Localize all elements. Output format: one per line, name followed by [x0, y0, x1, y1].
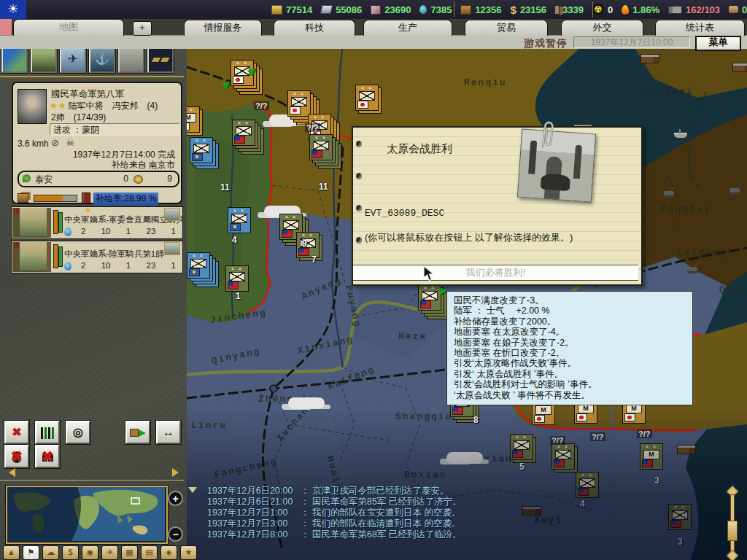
resource-coin-icon: [133, 175, 143, 184]
unit-counter[interactable]: × ×: [187, 252, 220, 289]
zoom-in-button[interactable]: +: [168, 491, 183, 506]
unit-counter[interactable]: × ×: [309, 134, 343, 171]
army-name: 國民革命軍第八軍: [51, 88, 124, 101]
minimap[interactable]: [6, 486, 168, 544]
tab-technology[interactable]: 科技: [274, 20, 355, 36]
minimap-canvas: [7, 487, 165, 541]
scroll-thumb[interactable]: [727, 521, 738, 541]
resource-item: 3339: [555, 4, 584, 15]
log-scrollbar[interactable]: [725, 487, 738, 560]
resources: 77514 55086 23690 7385: [271, 0, 747, 19]
tab-statistics[interactable]: 统计表: [655, 20, 745, 36]
unit-type-icon: [672, 510, 688, 520]
game-date-field[interactable]: 1937年12月7日10:00: [573, 36, 690, 48]
scroll-left-arrow[interactable]: [9, 468, 15, 477]
game-screen: RenqiuYinghaiPenglaiLaiyangQingdaoHezeAn…: [0, 0, 747, 560]
scroll-mode-button[interactable]: +: [133, 21, 152, 36]
unit-counter[interactable]: × ×: [510, 434, 543, 470]
aviation-mode[interactable]: ✈: [101, 545, 118, 560]
tooltip-line: 引发‘太原攻略作战失败’事件。: [454, 358, 686, 368]
embark-button[interactable]: [125, 421, 150, 444]
current-order-field[interactable]: 进攻 ：蒙阴: [50, 123, 179, 136]
unit-counter[interactable]: × ×: [225, 265, 259, 302]
unit-counter[interactable]: × ×: [231, 60, 264, 96]
unit-counter[interactable]: × ×: [355, 85, 389, 121]
map-sprite: [664, 191, 674, 198]
unit-type-icon: [190, 259, 206, 268]
leader-portrait: [18, 89, 47, 124]
unit-count-label: 7: [311, 254, 317, 265]
unit-counter[interactable]: × ×: [668, 504, 702, 540]
log-entry[interactable]: 1937年12月7日1:00： 我们的部队在宝安遭到日本 的空袭。: [207, 508, 462, 518]
scorched-earth-button[interactable]: ✖: [4, 445, 29, 468]
terrain-mode[interactable]: ▲: [3, 545, 20, 560]
air-filter-button[interactable]: ✈: [60, 47, 86, 73]
unit-flag-icon: [512, 450, 523, 458]
supply-drop-icon: [64, 228, 71, 236]
nuclear-filter-button[interactable]: [118, 47, 144, 73]
log-collapse-arrow[interactable]: [188, 487, 197, 493]
zoom-out-button[interactable]: −: [168, 526, 183, 542]
formation-button[interactable]: [35, 421, 60, 444]
energy-icon: [271, 5, 282, 15]
event-description: EVT_63089_DESC: [365, 208, 444, 219]
tab-diplomacy[interactable]: 外交: [561, 20, 643, 36]
resources-mode[interactable]: ◉: [82, 545, 98, 560]
reorganize-button[interactable]: ↔: [156, 421, 181, 444]
political-mode[interactable]: ⚑: [23, 545, 39, 560]
log-entry[interactable]: 1937年12月6日20:00： 京津卫戍司令部已经到达了泰安。: [207, 486, 462, 497]
中央軍嫡系-軍委會直屬獨立騎兵師[interactable]: III ★ 中央軍嫡系-軍委會直屬獨立騎兵師 2 10 1 23 1: [11, 206, 183, 239]
infrastructure-mode[interactable]: ▦: [121, 545, 138, 560]
resource-item: 55086: [321, 4, 362, 15]
scroll-down-cap[interactable]: [727, 550, 739, 560]
disband-button[interactable]: ✖: [4, 421, 29, 444]
unit-type-icon: [643, 450, 659, 459]
tooltip-line: 地面要塞 在娘子关改变了-2。: [454, 338, 686, 348]
supplies-icon: [460, 5, 471, 15]
economy-mode[interactable]: $: [62, 545, 79, 560]
中央軍嫡系-陸軍騎兵第1師[interactable]: III 中央軍嫡系-陸軍騎兵第1師 2 10 1 23 1: [11, 241, 183, 273]
objective-button[interactable]: ◎: [66, 421, 90, 444]
division-stats: 2 10 1 23 1: [81, 227, 176, 236]
unit-flag-icon: [234, 136, 245, 144]
log-entry[interactable]: 1937年12月6日21:00： 国民革命军第85军 已经到达了济宁。: [207, 497, 462, 508]
land-filter-button[interactable]: [31, 47, 57, 73]
divider: [0, 76, 184, 77]
province-bar[interactable]: 泰安 0 9: [18, 171, 179, 187]
map-sprite: [288, 397, 325, 409]
Renqiu: Renqiu: [464, 77, 507, 88]
tooltip-line: 地面要塞 在忻口改变了-2。: [454, 348, 686, 358]
tab-trade[interactable]: 贸易: [465, 20, 548, 36]
map-sprite: [732, 63, 747, 72]
tab-intelligence[interactable]: 情报服务: [184, 20, 262, 36]
unit-counter[interactable]: × ×: [640, 443, 673, 480]
unit-count-label: 1: [236, 291, 241, 301]
Laiyang: Laiyang: [677, 247, 727, 258]
unit-type-icon: [283, 220, 299, 230]
transport-capacity-icon: [668, 6, 682, 14]
tab-production[interactable]: 生产: [363, 20, 452, 36]
partisan-mode[interactable]: ◈: [160, 545, 177, 560]
resource-item: 77514: [271, 4, 312, 15]
stand-down-button[interactable]: ✖: [35, 445, 60, 468]
leader-rank-line[interactable]: ★★陆军中将 冯安邦 (4): [50, 100, 158, 112]
log-entry[interactable]: 1937年12月7日3:00： 我们的部队在临清遭到日本 的空袭。: [207, 518, 462, 529]
event-choice-button[interactable]: 我们必将胜利!: [353, 265, 638, 281]
unit-flag-icon: [670, 520, 681, 528]
map-sprite: [446, 452, 483, 464]
unit-counter[interactable]: × ×: [232, 120, 266, 156]
map-filter-button[interactable]: [1, 47, 28, 73]
unit-count-label: 8: [473, 415, 479, 425]
tab-map[interactable]: 地图: [13, 19, 124, 36]
naval-filter-button[interactable]: ⚓: [89, 47, 115, 73]
unit-counter[interactable]: × ×: [190, 137, 223, 174]
unit-flag-icon: [420, 300, 431, 308]
diplomatic-mode[interactable]: ★: [180, 545, 197, 560]
scroll-right-arrow[interactable]: [172, 468, 179, 477]
menu-button[interactable]: 菜单: [695, 36, 741, 51]
weather-mode[interactable]: ☁: [42, 545, 59, 560]
supply-mode[interactable]: ▤: [141, 545, 158, 560]
tooltip-line: 地面要塞 在太原改变了-4。: [454, 327, 686, 337]
combined-filter-button[interactable]: ▰▰: [147, 47, 174, 73]
log-entry[interactable]: 1937年12月7日8:00： 国民革命军第68军 已经到达了临汾。: [207, 529, 462, 540]
